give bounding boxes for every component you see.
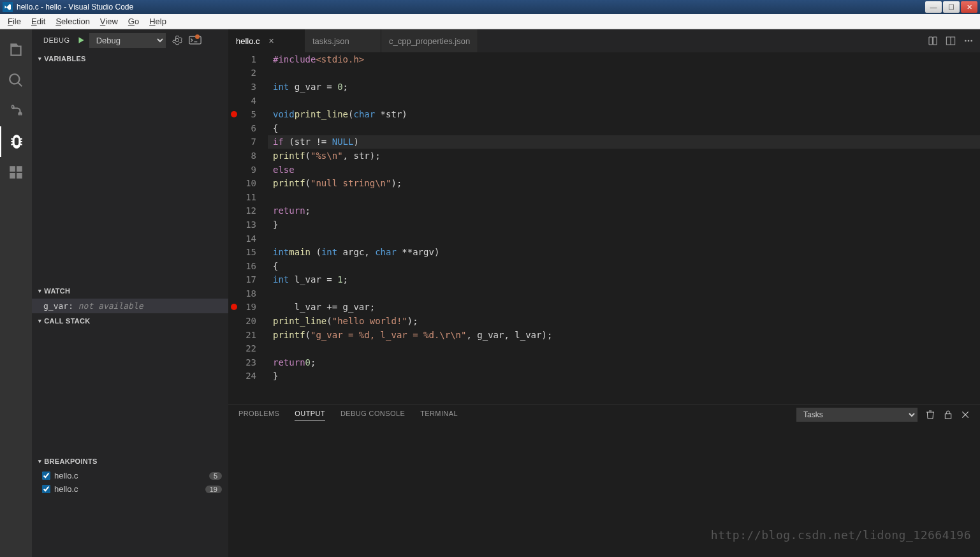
- breakpoint-slot[interactable]: [228, 135, 240, 149]
- breakpoint-slot[interactable]: [228, 328, 240, 342]
- code-line[interactable]: printf("%s\n", str);: [268, 149, 980, 163]
- close-tab-icon[interactable]: ×: [269, 36, 274, 46]
- activity-search[interactable]: [0, 65, 32, 96]
- code-line[interactable]: printf("null string\n");: [268, 176, 980, 190]
- gear-icon[interactable]: [172, 35, 182, 45]
- code-line[interactable]: [268, 286, 980, 301]
- breakpoint-slot[interactable]: [228, 369, 240, 383]
- line-number: 8: [240, 149, 268, 163]
- panel-tab-problems[interactable]: PROBLEMS: [238, 410, 279, 420]
- code-line[interactable]: #include <stdio.h>: [268, 52, 980, 66]
- breakpoint-gutter[interactable]: [228, 52, 240, 404]
- code-line[interactable]: int main (int argc, char **argv): [268, 245, 980, 259]
- callstack-label: CALL STACK: [44, 317, 90, 325]
- activity-scm[interactable]: [0, 96, 32, 126]
- lock-scroll-icon[interactable]: [943, 410, 953, 420]
- code-editor[interactable]: 123456789101112131415161718192021222324 …: [228, 52, 980, 404]
- activity-explorer[interactable]: [0, 34, 32, 65]
- debug-config-select[interactable]: Debug: [89, 33, 166, 48]
- debug-console-icon[interactable]: [189, 36, 201, 45]
- panel-tab-debug-console[interactable]: DEBUG CONSOLE: [340, 410, 405, 420]
- breakpoint-slot[interactable]: [228, 273, 240, 287]
- code-line[interactable]: [268, 66, 980, 80]
- close-button[interactable]: ✕: [961, 1, 977, 13]
- code-line[interactable]: [268, 341, 980, 355]
- close-panel-icon[interactable]: [961, 410, 970, 419]
- menu-view[interactable]: View: [95, 15, 123, 27]
- variables-section-header[interactable]: ▾ VARIABLES: [32, 51, 228, 66]
- breakpoint-slot[interactable]: [228, 94, 240, 108]
- breakpoint-item[interactable]: hello.c5: [32, 469, 228, 482]
- output-channel-select[interactable]: Tasks: [796, 408, 918, 422]
- compare-icon[interactable]: [928, 36, 938, 46]
- breakpoint-slot[interactable]: [228, 52, 240, 66]
- breakpoint-checkbox[interactable]: [42, 485, 50, 493]
- code-content[interactable]: #include <stdio.h>int g_var = 0;void pri…: [268, 52, 980, 404]
- code-line[interactable]: l_var += g_var;: [268, 301, 980, 315]
- breakpoints-section-header[interactable]: ▾ BREAKPOINTS: [32, 454, 228, 469]
- code-line[interactable]: void print_line(char *str): [268, 107, 980, 121]
- activity-debug[interactable]: [0, 126, 32, 157]
- split-editor-icon[interactable]: [946, 36, 956, 46]
- code-line[interactable]: int l_var = 1;: [268, 273, 980, 287]
- clear-output-icon[interactable]: [925, 410, 935, 420]
- breakpoint-slot[interactable]: [228, 341, 240, 355]
- breakpoint-slot[interactable]: [228, 121, 240, 135]
- callstack-section-header[interactable]: ▾ CALL STACK: [32, 313, 228, 329]
- code-line[interactable]: int g_var = 0;: [268, 80, 980, 94]
- editor-tab[interactable]: hello.c×: [228, 29, 305, 52]
- breakpoint-slot[interactable]: [228, 232, 240, 246]
- maximize-button[interactable]: ☐: [943, 1, 960, 13]
- breakpoint-slot[interactable]: [228, 190, 240, 204]
- breakpoint-slot[interactable]: [228, 301, 240, 315]
- panel-tab-terminal[interactable]: TERMINAL: [420, 410, 458, 420]
- breakpoint-checkbox[interactable]: [42, 472, 50, 480]
- panel-tab-output[interactable]: OUTPUT: [295, 410, 325, 420]
- breakpoint-slot[interactable]: [228, 259, 240, 273]
- code-line[interactable]: [268, 232, 980, 246]
- more-icon[interactable]: [963, 36, 974, 46]
- breakpoint-slot[interactable]: [228, 204, 240, 218]
- breakpoint-item[interactable]: hello.c19: [32, 482, 228, 496]
- code-line[interactable]: return 0;: [268, 355, 980, 369]
- code-line[interactable]: return;: [268, 204, 980, 218]
- breakpoint-slot[interactable]: [228, 80, 240, 94]
- line-number: 22: [240, 341, 268, 355]
- code-line[interactable]: print_line("hello world!");: [268, 314, 980, 328]
- code-line[interactable]: printf("g_var = %d, l_var = %d.\r\n", g_…: [268, 328, 980, 342]
- breakpoint-slot[interactable]: [228, 314, 240, 328]
- code-line[interactable]: if (str != NULL): [268, 135, 980, 149]
- menu-file[interactable]: File: [3, 15, 26, 27]
- watch-section-header[interactable]: ▾ WATCH: [32, 283, 228, 299]
- code-line[interactable]: {: [268, 121, 980, 135]
- activity-extensions[interactable]: [0, 157, 32, 188]
- start-debug-icon[interactable]: [77, 36, 85, 45]
- code-line[interactable]: [268, 94, 980, 108]
- breakpoint-slot[interactable]: [228, 107, 240, 121]
- breakpoint-slot[interactable]: [228, 149, 240, 163]
- breakpoint-slot[interactable]: [228, 176, 240, 190]
- minimize-button[interactable]: —: [925, 1, 942, 13]
- code-line[interactable]: [268, 190, 980, 204]
- breakpoint-slot[interactable]: [228, 355, 240, 369]
- breakpoint-slot[interactable]: [228, 66, 240, 80]
- watch-item[interactable]: g_var: not available: [32, 299, 228, 313]
- menu-help[interactable]: Help: [144, 15, 172, 27]
- menu-edit[interactable]: Edit: [26, 15, 50, 27]
- line-number: 19: [240, 301, 268, 315]
- code-line[interactable]: {: [268, 259, 980, 273]
- line-number: 6: [240, 121, 268, 135]
- editor-tab[interactable]: c_cpp_properties.json: [381, 29, 478, 52]
- breakpoint-slot[interactable]: [228, 218, 240, 232]
- breakpoint-slot[interactable]: [228, 286, 240, 301]
- menu-selection[interactable]: Selection: [50, 15, 94, 27]
- editor-tab[interactable]: tasks.json: [305, 29, 381, 52]
- code-line[interactable]: }: [268, 218, 980, 232]
- code-line[interactable]: else: [268, 163, 980, 177]
- breakpoint-slot[interactable]: [228, 245, 240, 259]
- debug-toolbar: DEBUG Debug: [32, 29, 228, 51]
- code-line[interactable]: }: [268, 369, 980, 383]
- menu-go[interactable]: Go: [123, 15, 144, 27]
- breakpoint-slot[interactable]: [228, 163, 240, 177]
- notification-dot-icon: [195, 34, 200, 39]
